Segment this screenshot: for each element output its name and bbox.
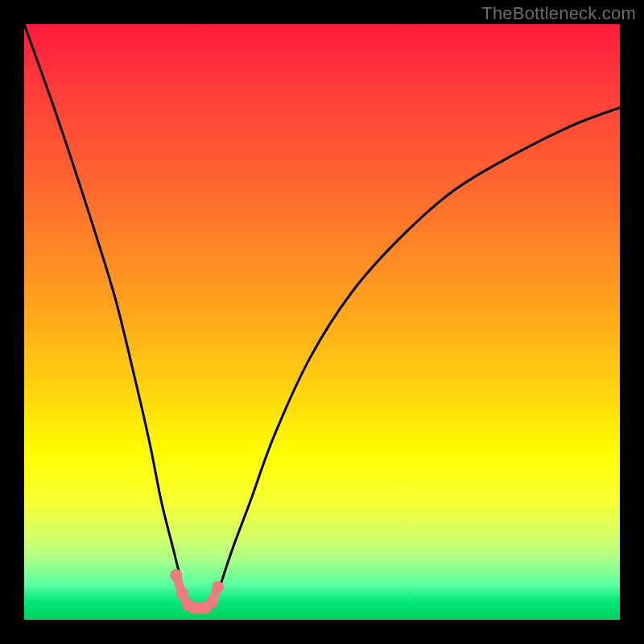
sweet-spot-dot bbox=[176, 587, 188, 599]
sweet-spot-dot bbox=[212, 581, 224, 593]
bottleneck-curve-path bbox=[24, 24, 620, 609]
sweet-spot-dot bbox=[170, 569, 182, 581]
outer-frame: TheBottleneck.com bbox=[0, 0, 644, 644]
sweet-spot-dots bbox=[170, 569, 224, 614]
chart-plot-area bbox=[24, 24, 620, 620]
sweet-spot-dot bbox=[206, 596, 218, 608]
watermark-label: TheBottleneck.com bbox=[481, 3, 636, 24]
chart-svg bbox=[24, 24, 620, 620]
